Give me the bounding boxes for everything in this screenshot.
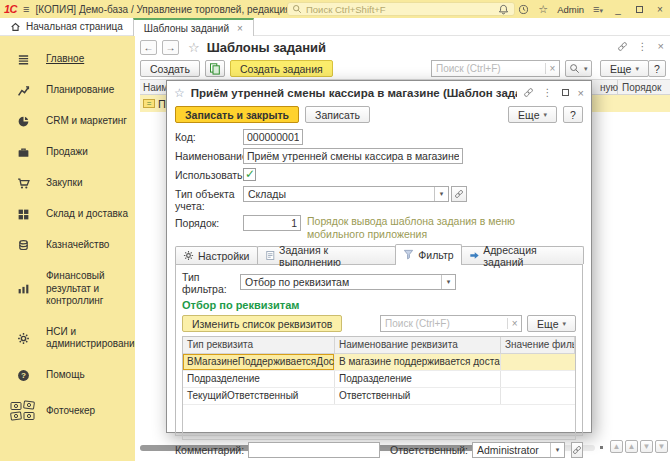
- move-up-button[interactable]: ▲: [625, 440, 638, 453]
- code-field[interactable]: [243, 129, 303, 145]
- tab-settings[interactable]: Настройки: [175, 246, 258, 264]
- create-button[interactable]: Создать: [140, 60, 200, 77]
- notifications-button[interactable]: [498, 4, 509, 15]
- 1c-logo: 1С: [4, 3, 17, 15]
- dialog-help-button[interactable]: ?: [563, 106, 583, 123]
- maximize-button[interactable]: [633, 4, 645, 15]
- minimize-button[interactable]: _: [612, 4, 624, 15]
- sidebar-item-sales[interactable]: Продажи: [0, 137, 135, 168]
- back-button[interactable]: ←: [140, 40, 157, 55]
- create-tasks-button[interactable]: Создать задания: [230, 60, 333, 77]
- link-icon[interactable]: [617, 41, 628, 52]
- filter-tab-panel: Тип фильтра: Отбор по реквизитам ▾ Отбор…: [175, 264, 583, 436]
- favorite-star-icon[interactable]: ☆: [174, 86, 185, 100]
- filter-type-combo[interactable]: Отбор по реквизитам ▾: [240, 274, 456, 290]
- tab-close-icon[interactable]: ×: [237, 23, 243, 34]
- column-order[interactable]: Порядок: [622, 82, 661, 93]
- table-row[interactable]: ВМагазинеПоддерживаетсяДоставкаСв... В м…: [183, 354, 575, 371]
- move-top-button[interactable]: ▲: [610, 440, 623, 453]
- object-type-open-button[interactable]: [451, 186, 467, 202]
- sections-sidebar: Главное Планирование CRM и маркетинг Про…: [0, 36, 135, 461]
- attributes-table: Тип реквизита Наименование реквизита Зна…: [182, 336, 576, 440]
- favorite-star-icon[interactable]: ☆: [188, 40, 200, 55]
- favorites-button[interactable]: ☆: [538, 4, 548, 15]
- sidebar-item-financial-result[interactable]: Финансовый результат и контроллинг: [0, 261, 135, 317]
- tab-task-templates[interactable]: Шаблоны заданий ×: [133, 18, 254, 36]
- copy-button[interactable]: [205, 60, 225, 77]
- gear-icon: [183, 250, 194, 261]
- global-search-input[interactable]: [306, 4, 510, 15]
- save-button[interactable]: Записать: [305, 106, 370, 123]
- search-options-button[interactable]: ▾: [565, 60, 592, 77]
- column-filter-value[interactable]: Значение фильтра: [501, 337, 575, 353]
- forward-button[interactable]: →: [162, 40, 179, 55]
- maximize-dialog-icon[interactable]: [562, 89, 569, 96]
- chevron-down-icon[interactable]: ▾: [550, 443, 564, 457]
- sidebar-item-help[interactable]: ? Помощь: [0, 360, 135, 391]
- sidebar-item-treasury[interactable]: Казначейство: [0, 230, 135, 261]
- sidebar-item-administration[interactable]: НСИ и администрирование: [0, 317, 135, 360]
- sidebar-item-main[interactable]: Главное: [0, 44, 135, 75]
- global-search[interactable]: [287, 2, 515, 16]
- close-window-button[interactable]: ×: [654, 4, 666, 15]
- briefcase-icon: [17, 146, 30, 159]
- order-field[interactable]: [243, 215, 301, 231]
- row-move-buttons: ▲ ▲ ▼ ▼: [610, 440, 668, 453]
- clear-search-icon[interactable]: ×: [507, 318, 521, 329]
- responsible-open-button[interactable]: [571, 442, 583, 458]
- save-close-button[interactable]: Записать и закрыть: [175, 106, 299, 123]
- task-template-dialog: ☆ Приём утренней смены кассира в магазин…: [166, 80, 592, 433]
- more-menu-icon[interactable]: ⋮: [638, 41, 648, 52]
- object-type-combo[interactable]: Склады ▾: [243, 186, 449, 202]
- table-row[interactable]: Подразделение Подразделение: [183, 371, 575, 388]
- service-menu-button[interactable]: ≡▾: [593, 4, 603, 15]
- sidebar-item-photochecker[interactable]: Фоточекер: [0, 391, 135, 432]
- link-icon[interactable]: [523, 87, 534, 98]
- column-partial[interactable]: ную: [600, 82, 618, 93]
- column-attribute-name[interactable]: Наименование реквизита: [335, 337, 501, 353]
- close-dialog-icon[interactable]: ×: [578, 87, 584, 99]
- column-attribute-type[interactable]: Тип реквизита: [183, 337, 335, 353]
- sidebar-item-crm[interactable]: CRM и маркетинг: [0, 106, 135, 137]
- gear-icon: [17, 332, 30, 345]
- sidebar-item-warehouse[interactable]: Склад и доставка: [0, 199, 135, 230]
- maximize-icon: [636, 6, 643, 13]
- main-menu-icon[interactable]: ≡: [23, 4, 29, 15]
- move-bottom-button[interactable]: ▼: [655, 440, 668, 453]
- responsible-combo[interactable]: Administrator ▾: [472, 442, 565, 458]
- bell-icon: [498, 4, 509, 15]
- current-user[interactable]: Admin: [557, 4, 584, 15]
- comment-field[interactable]: [248, 442, 380, 458]
- list-search-input[interactable]: [432, 63, 545, 74]
- edit-attribute-list-button[interactable]: Изменить список реквизитов: [182, 315, 342, 332]
- name-field[interactable]: [243, 148, 463, 164]
- sidebar-item-purchases[interactable]: Закупки: [0, 168, 135, 199]
- tab-task-addressing[interactable]: Адресация заданий: [461, 246, 584, 264]
- filter-more-button[interactable]: Еще▾: [527, 315, 576, 332]
- column-name[interactable]: Наим: [143, 82, 168, 93]
- more-menu-icon[interactable]: ⋮: [543, 87, 553, 98]
- chevron-down-icon[interactable]: ▾: [434, 187, 448, 201]
- table-row[interactable]: ТекущийОтветственный Ответственный: [183, 388, 575, 405]
- dialog-title-bar: ☆ Приём утренней смены кассира в магазин…: [167, 81, 591, 102]
- tab-home[interactable]: Начальная страница: [0, 18, 133, 35]
- list-help-button[interactable]: ?: [648, 60, 666, 77]
- copy-document-icon: [209, 63, 221, 75]
- clear-search-icon[interactable]: ×: [545, 63, 559, 74]
- use-checkbox[interactable]: [243, 168, 256, 181]
- close-form-icon[interactable]: ×: [658, 40, 664, 52]
- clock-icon: [518, 4, 529, 15]
- sidebar-item-planning[interactable]: Планирование: [0, 75, 135, 106]
- line-chart-icon: [17, 84, 30, 97]
- chevron-down-icon[interactable]: ▾: [441, 275, 455, 289]
- list-more-button[interactable]: Еще▾: [600, 60, 649, 77]
- filter-search-input[interactable]: [381, 318, 507, 329]
- dialog-more-button[interactable]: Еще▾: [508, 106, 557, 123]
- tab-tasks-to-do[interactable]: Задания к выполнению: [257, 246, 397, 264]
- titlebar-icons: ☆ Admin ≡▾ _ ×: [498, 0, 666, 18]
- move-down-button[interactable]: ▼: [640, 440, 653, 453]
- tab-filter[interactable]: Фильтр: [395, 244, 461, 264]
- object-type-label: Тип объекта учета:: [175, 186, 243, 212]
- home-icon: [10, 21, 21, 32]
- history-button[interactable]: [518, 4, 529, 15]
